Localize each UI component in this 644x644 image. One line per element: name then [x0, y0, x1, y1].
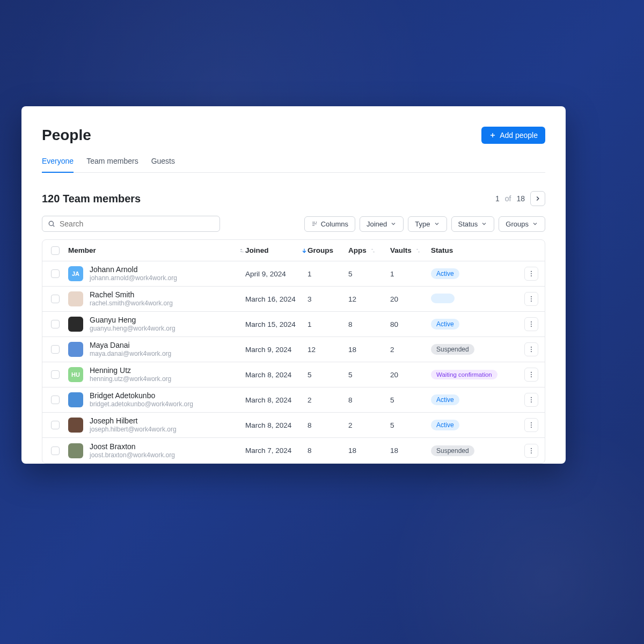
row-checkbox[interactable]	[51, 345, 60, 354]
table-row: JAJohann Arnoldjohann.arnold@work4work.o…	[42, 261, 545, 287]
groups-header[interactable]: Groups	[308, 246, 348, 254]
row-checkbox[interactable]	[51, 396, 60, 404]
row-checkbox[interactable]	[51, 370, 60, 379]
member-name: Johann Arnold	[90, 265, 177, 274]
joined-header[interactable]: Joined	[245, 246, 308, 254]
chevron-down-icon	[532, 221, 538, 227]
row-checkbox[interactable]	[51, 447, 60, 455]
search-box[interactable]	[42, 216, 220, 232]
tab-everyone[interactable]: Everyone	[42, 157, 74, 173]
page-title: People	[42, 127, 91, 144]
member-name: Guanyu Heng	[90, 315, 175, 325]
row-more-button[interactable]	[524, 393, 538, 407]
member-header[interactable]: Member	[68, 246, 245, 254]
columns-button[interactable]: Columns	[304, 216, 355, 232]
joined-cell: April 9, 2024	[245, 270, 308, 278]
joined-cell: March 15, 2024	[245, 320, 308, 328]
row-checkbox[interactable]	[51, 421, 60, 429]
more-vertical-icon	[528, 320, 535, 328]
groups-cell: 1	[308, 320, 348, 328]
member-name: Maya Danai	[90, 340, 171, 350]
member-cell: Joost Braxtonjoost.braxton@work4work.org	[68, 442, 245, 460]
member-email: guanyu.heng@work4work.org	[90, 325, 175, 333]
row-more-button[interactable]	[524, 267, 538, 281]
svg-point-1	[531, 271, 532, 272]
next-page-button[interactable]	[530, 191, 545, 206]
row-more-button[interactable]	[524, 418, 538, 432]
status-badge: Waiting confirmation	[431, 370, 497, 379]
add-people-button[interactable]: Add people	[481, 127, 545, 144]
more-vertical-icon	[528, 371, 535, 378]
svg-point-16	[531, 397, 532, 398]
member-cell: Guanyu Hengguanyu.heng@work4work.org	[68, 315, 245, 333]
status-badge: Active	[431, 268, 459, 279]
more-vertical-icon	[528, 270, 535, 277]
row-checkbox[interactable]	[51, 269, 60, 278]
apps-cell: 5	[348, 270, 390, 278]
search-input[interactable]	[60, 219, 214, 228]
member-count-title: 120 Team members	[42, 193, 141, 205]
plus-icon	[489, 131, 496, 139]
joined-filter[interactable]: Joined	[360, 216, 404, 232]
row-more-button[interactable]	[524, 444, 538, 458]
row-more-button[interactable]	[524, 317, 538, 331]
avatar: JA	[68, 266, 83, 281]
avatar	[68, 392, 83, 407]
sort-icon	[239, 247, 245, 254]
apps-header[interactable]: Apps	[348, 246, 390, 254]
columns-icon	[311, 221, 318, 227]
svg-point-15	[531, 376, 532, 377]
search-icon	[48, 220, 55, 228]
status-badge: Active	[431, 420, 459, 430]
svg-point-9	[531, 326, 532, 327]
vaults-cell: 1	[390, 270, 431, 278]
svg-point-23	[531, 450, 532, 451]
apps-cell: 12	[348, 295, 390, 303]
avatar	[68, 418, 83, 433]
svg-point-18	[531, 401, 532, 402]
status-cell: Active	[431, 394, 517, 405]
apps-cell: 8	[348, 396, 390, 404]
row-checkbox[interactable]	[51, 320, 60, 328]
tab-team-members[interactable]: Team members	[86, 157, 138, 173]
tab-guests[interactable]: Guests	[151, 157, 175, 173]
groups-cell: 1	[308, 270, 348, 278]
tabs: EveryoneTeam membersGuests	[42, 157, 545, 173]
status-cell: Waiting confirmation	[431, 370, 517, 379]
member-email: joost.braxton@work4work.org	[90, 451, 175, 460]
joined-cell: March 8, 2024	[245, 396, 308, 404]
groups-cell: 3	[308, 295, 348, 303]
type-filter[interactable]: Type	[408, 216, 447, 232]
svg-point-8	[531, 324, 532, 325]
filters: Columns Joined Type Status Groups	[304, 216, 545, 232]
sort-down-icon	[301, 247, 308, 254]
status-filter[interactable]: Status	[451, 216, 495, 232]
status-header[interactable]: Status	[431, 246, 517, 254]
svg-point-7	[531, 321, 532, 323]
row-more-button[interactable]	[524, 292, 538, 306]
vaults-cell: 2	[390, 346, 431, 354]
apps-cell: 18	[348, 447, 390, 455]
row-checkbox[interactable]	[51, 295, 60, 303]
table-row: Joost Braxtonjoost.braxton@work4work.org…	[42, 438, 545, 463]
member-email: maya.danai@work4work.org	[90, 350, 171, 358]
apps-cell: 5	[348, 371, 390, 379]
joined-cell: March 16, 2024	[245, 295, 308, 303]
apps-cell: 18	[348, 346, 390, 354]
chevron-right-icon	[534, 195, 541, 202]
row-more-button[interactable]	[524, 368, 538, 382]
svg-point-22	[531, 448, 532, 449]
joined-cell: March 9, 2024	[245, 346, 308, 354]
add-people-label: Add people	[500, 131, 538, 140]
status-cell: Active	[431, 268, 517, 279]
svg-point-2	[531, 273, 532, 274]
row-more-button[interactable]	[524, 342, 538, 356]
groups-filter[interactable]: Groups	[499, 216, 545, 232]
more-vertical-icon	[528, 346, 535, 353]
members-table: Member Joined Groups Apps Vaults Sta	[42, 239, 545, 464]
select-all-checkbox[interactable]	[51, 246, 60, 255]
member-email: henning.utz@work4work.org	[90, 375, 171, 384]
vaults-header[interactable]: Vaults	[390, 246, 431, 254]
status-badge: Suspended	[431, 344, 474, 355]
table-row: Rachel Smithrachel.smith@work4work.orgMa…	[42, 287, 545, 312]
